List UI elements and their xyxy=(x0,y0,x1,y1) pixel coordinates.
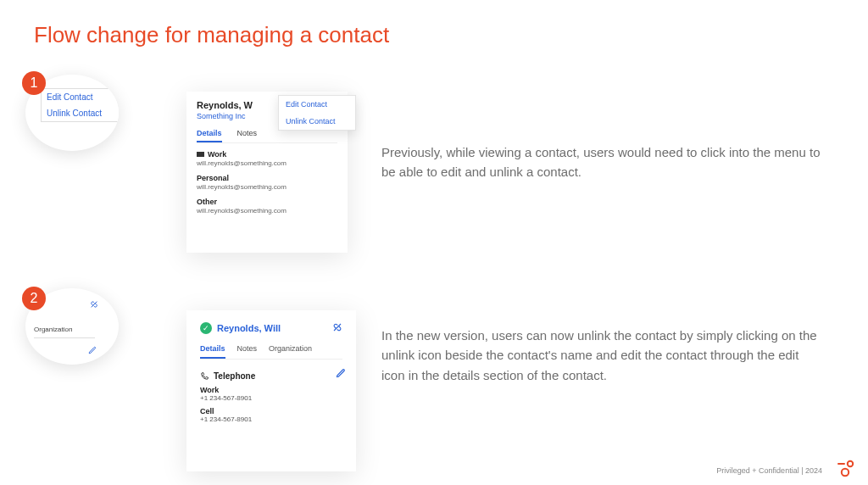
menu-popover: Edit Contact Unlink Contact xyxy=(278,95,356,131)
tab-notes[interactable]: Notes xyxy=(237,344,258,359)
callout-menu-edit[interactable]: Edit Contact xyxy=(42,89,119,105)
tab-notes[interactable]: Notes xyxy=(237,129,258,142)
description-old-flow: Previously, while viewing a contact, use… xyxy=(381,142,822,182)
email-personal-label: Personal xyxy=(197,174,337,182)
tab-organization[interactable]: Organization xyxy=(269,344,312,359)
email-work-label: Work xyxy=(197,150,337,159)
edit-icon[interactable] xyxy=(336,368,346,380)
phone-cell-value: +1 234-567-8901 xyxy=(200,415,342,423)
menu-unlink-contact[interactable]: Unlink Contact xyxy=(279,113,355,130)
contact-card-new: ✓ Reynolds, Will Details Notes Organizat… xyxy=(186,310,356,471)
unlink-icon[interactable] xyxy=(332,322,342,334)
email-other-label: Other xyxy=(197,198,337,206)
contact-card-old: ⋮ Reynolds, W Something Inc Details Note… xyxy=(186,92,348,253)
callout-menu-unlink[interactable]: Unlink Contact xyxy=(42,105,119,121)
svg-point-3 xyxy=(842,469,849,476)
callout-divider xyxy=(34,337,95,338)
phone-work-value: +1 234-567-8901 xyxy=(200,394,342,402)
callout-menu-popover: Edit Contact Unlink Contact xyxy=(41,88,119,122)
step-badge-1: 1 xyxy=(22,71,46,95)
contact-tabs: Details Notes xyxy=(197,129,337,143)
callout-edit-icon[interactable] xyxy=(88,346,97,356)
brand-logo-icon xyxy=(836,458,856,478)
phone-icon xyxy=(200,371,209,381)
email-other-value: will.reynolds@something.com xyxy=(197,207,337,215)
contact-name-link[interactable]: Reynolds, Will xyxy=(217,323,281,333)
contact-tabs-new: Details Notes Organization xyxy=(200,344,342,360)
step-badge-2: 2 xyxy=(22,287,46,310)
tab-details[interactable]: Details xyxy=(197,129,222,142)
callout-org-tab: Organization xyxy=(34,326,72,333)
svg-point-2 xyxy=(848,461,853,466)
menu-edit-contact[interactable]: Edit Contact xyxy=(279,96,355,113)
description-new-flow: In the new version, users can now unlink… xyxy=(381,326,822,385)
check-icon: ✓ xyxy=(200,322,212,334)
phone-cell-label: Cell xyxy=(200,407,342,415)
mail-icon xyxy=(197,150,204,159)
email-personal-value: will.reynolds@something.com xyxy=(197,183,337,191)
footer-confidential: Privileged + Confidential | 2024 xyxy=(716,466,822,475)
phone-work-label: Work xyxy=(200,386,342,394)
slide-title: Flow change for managing a contact xyxy=(34,22,389,48)
callout-unlink-icon[interactable] xyxy=(90,300,98,310)
telephone-section-title: Telephone xyxy=(200,371,342,381)
tab-details[interactable]: Details xyxy=(200,344,225,359)
email-work-value: will.reynolds@something.com xyxy=(197,159,337,167)
